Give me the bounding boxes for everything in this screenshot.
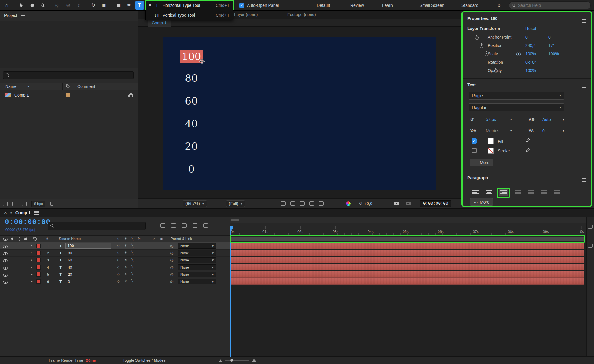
reset-link[interactable]: Reset — [525, 26, 536, 31]
collapse-switch[interactable]: ☀ — [124, 244, 127, 248]
camera-roi-icon[interactable]: ▣ — [100, 1, 108, 10]
pickwhip-icon[interactable]: ◎ — [170, 258, 173, 262]
shy-switch[interactable]: ◇ — [117, 279, 119, 283]
anchor-point-x[interactable]: 0 — [525, 35, 528, 40]
mask-visibility-icon[interactable] — [290, 201, 295, 206]
quality-switch[interactable]: ╲ — [131, 244, 133, 248]
zoom-slider-thumb[interactable] — [230, 359, 233, 362]
frame-blending-icon[interactable] — [193, 223, 197, 228]
justify-last-right-button[interactable] — [539, 189, 549, 196]
leading-value[interactable]: Auto — [542, 117, 551, 122]
region-of-interest-icon[interactable] — [300, 201, 305, 206]
hide-shy-layers-icon[interactable] — [182, 223, 187, 228]
quality-switch-icon[interactable]: ╲ — [131, 237, 133, 241]
auto-keyframe-icon[interactable] — [11, 359, 15, 362]
align-right-button[interactable] — [499, 189, 508, 196]
eye-icon[interactable] — [3, 266, 8, 270]
layer-row-3[interactable]: ▸ 3 T 60 ◇ ☀ ╲ ◎ None▾ — [0, 257, 230, 264]
project-item-name[interactable]: Comp 1 — [14, 93, 29, 97]
layer-label-chip[interactable] — [36, 272, 41, 277]
parent-dropdown[interactable]: None▾ — [178, 272, 216, 277]
bit-depth-button[interactable]: 8 bpc — [31, 201, 45, 207]
collapse-switch[interactable]: ☀ — [124, 265, 127, 269]
panel-menu-icon[interactable] — [21, 15, 25, 16]
parent-dropdown[interactable]: None▾ — [178, 243, 216, 249]
draft-3d-icon[interactable] — [171, 223, 176, 228]
font-family-dropdown[interactable]: Rogie ▾ — [469, 92, 564, 100]
fx-switch-icon[interactable]: fx — [138, 237, 141, 240]
layer-duration-bar[interactable] — [230, 278, 584, 285]
stroke-color-swatch[interactable] — [488, 148, 494, 154]
composition-mini-flowchart-icon[interactable] — [160, 223, 165, 228]
pickwhip-icon[interactable]: ◎ — [170, 251, 173, 255]
expand-chevron-icon[interactable]: ▸ — [31, 272, 33, 276]
text-more-button[interactable]: ··· More — [470, 159, 493, 166]
zoom-out-icon[interactable] — [219, 359, 222, 362]
composition-canvas[interactable]: 100 80 60 40 20 0 — [163, 37, 436, 190]
expand-chevron-icon[interactable]: ▸ — [31, 265, 33, 269]
font-size-value[interactable]: 57 px — [486, 117, 496, 122]
solo-column-icon[interactable] — [18, 237, 21, 242]
fill-color-swatch[interactable] — [488, 138, 494, 144]
quality-switch[interactable]: ╲ — [131, 265, 133, 269]
layer-label-chip[interactable] — [36, 265, 41, 270]
lock-column-icon[interactable] — [24, 237, 27, 241]
quality-switch[interactable]: ╲ — [131, 279, 133, 283]
graph-editor-icon[interactable] — [19, 359, 23, 362]
pickwhip-icon[interactable]: ◎ — [170, 272, 173, 277]
link-icon[interactable] — [516, 52, 521, 57]
tab-layer[interactable]: Layer (none) — [234, 12, 258, 17]
sort-arrow-icon[interactable]: ▴ — [27, 84, 29, 88]
layer-row-4[interactable]: ▸ 4 T 40 ◇ ☀ ╲ ◎ None▾ — [0, 264, 230, 271]
time-ruler[interactable]: 0s 01s 02s 03s 04s 05s 06s 07s 08s 09s 1… — [230, 223, 594, 235]
expand-chevron-icon[interactable]: ▸ — [31, 258, 33, 262]
zoom-in-icon[interactable] — [252, 359, 256, 362]
tab-footage[interactable]: Footage (none) — [287, 12, 316, 17]
exposure-control[interactable]: ↻ +0,0 — [359, 200, 372, 207]
shy-switch[interactable]: ◇ — [117, 258, 119, 262]
zoom-tool-icon[interactable] — [38, 1, 47, 10]
tab-comp-1[interactable]: Comp 1 — [148, 20, 171, 27]
position-x[interactable]: 240,4 — [525, 43, 536, 48]
workspace-standard[interactable]: Standard — [461, 3, 478, 8]
timeline-zoom-slider[interactable] — [225, 360, 249, 361]
layer-name[interactable]: 20 — [68, 272, 72, 277]
snapshot-button[interactable] — [394, 200, 399, 207]
expand-chevron-icon[interactable]: ▸ — [31, 279, 33, 283]
rotation-tool-icon[interactable]: ↻ — [89, 1, 98, 10]
exposure-value[interactable]: +0,0 — [364, 201, 373, 206]
collapse-switch[interactable]: ☀ — [124, 258, 127, 262]
workspace-overflow-icon[interactable]: » — [498, 2, 500, 8]
paragraph-more-button[interactable]: ··· More — [470, 198, 493, 206]
chevron-down-icon[interactable]: ▾ — [510, 118, 512, 122]
shy-switch-icon[interactable]: ◇ — [117, 237, 119, 241]
workspace-learn[interactable]: Learn — [382, 3, 393, 8]
close-icon[interactable]: × — [4, 210, 7, 215]
workspace-default[interactable]: Default — [317, 3, 330, 8]
dolly-camera-tool-icon[interactable]: ↕ — [74, 1, 83, 10]
help-search-box[interactable] — [509, 1, 591, 9]
align-center-button[interactable] — [484, 189, 494, 196]
tracking-value[interactable]: 0 — [542, 128, 545, 133]
menu-item-vertical-type[interactable]: ↓T Vertical Type Tool Cmd+T — [146, 10, 233, 20]
canvas-text-20[interactable]: 20 — [185, 140, 198, 152]
parent-dropdown[interactable]: None▾ — [178, 264, 216, 270]
chevron-down-icon[interactable]: ▾ — [510, 129, 512, 133]
layer-name[interactable]: 0 — [68, 279, 70, 284]
transparency-grid-icon[interactable] — [281, 201, 286, 206]
scale-y[interactable]: 100% — [548, 51, 559, 56]
home-icon[interactable]: ⌂ — [2, 1, 11, 10]
pen-tool-icon[interactable]: ✒ — [125, 1, 134, 10]
collapse-switch[interactable]: ☀ — [124, 279, 127, 283]
shy-switch[interactable]: ◇ — [117, 272, 119, 276]
stroke-eyedropper-icon[interactable] — [526, 148, 530, 153]
layer-row-5[interactable]: ▸ 5 T 20 ◇ ☀ ╲ ◎ None▾ — [0, 271, 230, 278]
shy-switch[interactable]: ◇ — [117, 265, 119, 269]
chevron-down-icon[interactable]: ▾ — [563, 118, 564, 122]
project-item-row[interactable]: Comp 1 — [0, 91, 138, 99]
workspace-review[interactable]: Review — [350, 3, 364, 8]
layer-label-chip[interactable] — [36, 279, 41, 284]
layer-duration-bar[interactable] — [230, 271, 584, 278]
number-column-header[interactable]: # — [46, 237, 48, 241]
layer-duration-bar[interactable] — [230, 264, 584, 270]
